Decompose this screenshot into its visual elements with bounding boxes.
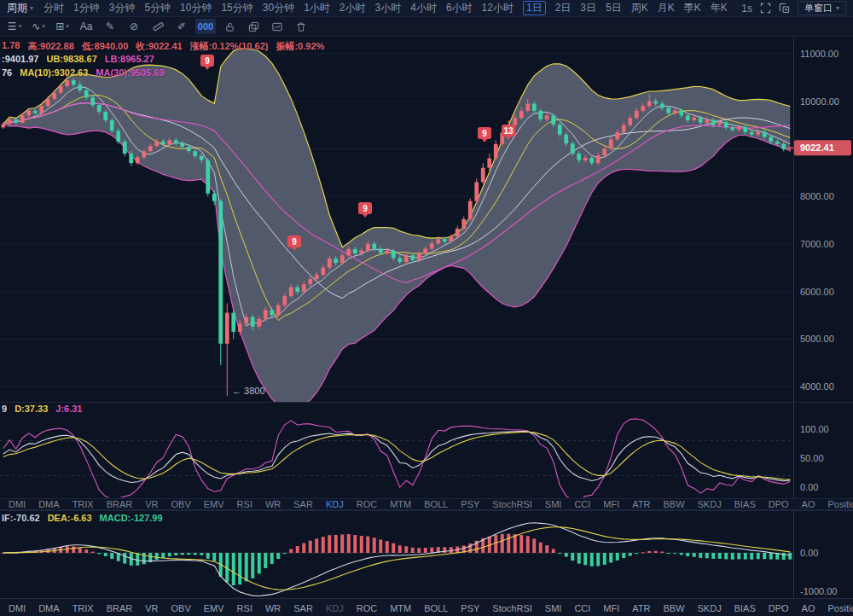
timeframe-toolbar: 周期 ▾ 分时1分钟3分钟5分钟10分钟15分钟30分钟1小时2小时3小时4小时… [0, 0, 853, 17]
timeframe-item[interactable]: 3小时 [375, 2, 402, 15]
indicator-tab-ao[interactable]: AO [802, 603, 815, 613]
period-dropdown[interactable]: 周期 ▾ [7, 1, 33, 15]
indicator-tab-dma[interactable]: DMA [38, 603, 59, 613]
drawing-toolbar: ☰▾∿▾⊞▾Aa✎⊘✐000 [0, 17, 853, 37]
indicator-tab-cci[interactable]: CCI [574, 603, 590, 613]
indicator-tab-trix[interactable]: TRIX [73, 499, 94, 509]
indicator-tab-wr[interactable]: WR [265, 499, 281, 509]
indicator-tab-atr[interactable]: ATR [632, 499, 650, 509]
main-price-chart[interactable]: 11000.0010000.008000.007000.006000.00500… [0, 37, 853, 402]
snapshot-tool-icon[interactable] [267, 19, 287, 34]
timeframe-item[interactable]: 2小时 [339, 2, 366, 15]
timeframe-item[interactable]: 2日 [555, 2, 572, 15]
indicator-tab-bias[interactable]: BIAS [734, 603, 756, 613]
indicator-tab-mfi[interactable]: MFI [603, 603, 619, 613]
brush-tool-icon[interactable]: ✎ [100, 19, 120, 34]
timeframe-item[interactable]: 分时 [44, 2, 64, 15]
fullscreen-icon[interactable] [760, 3, 771, 14]
pencil-tool-icon[interactable]: ✐ [171, 19, 192, 34]
indicator-tab-skdj[interactable]: SKDJ [698, 603, 722, 613]
indicator-tab-position[interactable]: Position [827, 603, 853, 613]
timeframe-item[interactable]: 季K [684, 2, 701, 15]
topbar-right: 1s 单窗口 ▾ [741, 1, 846, 15]
indicator-tab-kdj[interactable]: KDJ [326, 603, 344, 613]
indicator-tab-psy[interactable]: PSY [461, 499, 479, 509]
indicator-tab-smi[interactable]: SMI [545, 499, 562, 509]
indicator-tab-stochrsi[interactable]: StochRSI [492, 499, 531, 509]
timeframe-item[interactable]: 周K [631, 2, 648, 15]
indicator-tab-wr[interactable]: WR [265, 603, 281, 613]
timeframe-item[interactable]: 3分钟 [109, 2, 136, 15]
timeframe-item[interactable]: 30分钟 [263, 2, 294, 15]
timeframe-item[interactable]: 月K [658, 2, 675, 15]
indicator-tab-cci[interactable]: CCI [574, 499, 590, 509]
indicator-tab-emv[interactable]: EMV [204, 603, 224, 613]
indicator-tab-mtm[interactable]: MTM [390, 499, 411, 509]
indicator-tab-dma[interactable]: DMA [38, 499, 59, 509]
shape-tool-icon[interactable]: ⊞▾ [52, 19, 73, 34]
delete-tool-icon[interactable] [291, 19, 311, 34]
kdj-indicator-pane[interactable]: 100.0050.000.00 [0, 402, 853, 498]
timeframe-item[interactable]: 5日 [606, 2, 622, 15]
timeframe-item[interactable]: 1分钟 [73, 2, 100, 15]
timeframe-item[interactable]: 6小时 [446, 2, 473, 15]
indicator-tab-smi[interactable]: SMI [545, 603, 562, 613]
order-tool-icon[interactable]: 000 [195, 19, 216, 34]
indicator-tab-dmi[interactable]: DMI [9, 603, 26, 613]
indicator-tab-trix[interactable]: TRIX [73, 603, 94, 613]
window-mode-label: 单窗口 [804, 2, 833, 15]
indicator-tab-boll[interactable]: BOLL [424, 499, 448, 509]
svg-text:7000.00: 7000.00 [800, 239, 834, 249]
indicator-tab-emv[interactable]: EMV [204, 499, 224, 509]
indicator-tab-dpo[interactable]: DPO [769, 603, 789, 613]
macd-indicator-pane[interactable]: 0.00-1000.00 [0, 510, 853, 598]
add-window-icon[interactable] [779, 3, 790, 14]
indicator-tab-kdj[interactable]: KDJ [326, 499, 344, 509]
indicator-tab-vr[interactable]: VR [145, 603, 158, 613]
indicator-tab-rsi[interactable]: RSI [237, 603, 252, 613]
window-mode-dropdown[interactable]: 单窗口 ▾ [798, 1, 846, 15]
indicator-tab-position[interactable]: Position [827, 499, 853, 509]
indicator-tool-icon[interactable]: ∿▾ [28, 19, 49, 34]
timeframe-item[interactable]: 年K [711, 2, 728, 15]
indicator-tab-boll[interactable]: BOLL [424, 603, 448, 613]
timeframe-item[interactable]: 10分钟 [180, 2, 212, 15]
timeframe-item[interactable]: 3日 [580, 2, 596, 15]
indicator-tab-roc[interactable]: ROC [357, 603, 377, 613]
indicator-tab-brar[interactable]: BRAR [107, 499, 133, 509]
indicator-tab-psy[interactable]: PSY [461, 603, 479, 613]
indicator-tab-obv[interactable]: OBV [171, 499, 191, 509]
indicator-tab-dmi[interactable]: DMI [9, 499, 26, 509]
indicator-tab-brar[interactable]: BRAR [107, 603, 133, 613]
indicator-tab-obv[interactable]: OBV [171, 603, 191, 613]
copy-tool-icon[interactable] [243, 19, 264, 34]
timeframe-item[interactable]: 15分钟 [221, 2, 252, 15]
timeframe-item[interactable]: 12小时 [482, 2, 514, 15]
indicator-tab-atr[interactable]: ATR [632, 603, 650, 613]
timeframe-item[interactable]: 4小时 [410, 2, 437, 15]
indicator-tab-bbw[interactable]: BBW [663, 603, 684, 613]
indicator-tab-sar[interactable]: SAR [293, 499, 313, 509]
indicator-tab-dpo[interactable]: DPO [769, 499, 789, 509]
indicator-tab-mfi[interactable]: MFI [603, 499, 619, 509]
indicator-tab-stochrsi[interactable]: StochRSI [492, 603, 531, 613]
lock-tool-icon[interactable] [219, 19, 240, 34]
line-tool-icon[interactable]: ☰▾ [4, 19, 25, 34]
timeframe-item[interactable]: 5分钟 [144, 2, 171, 15]
svg-text:5000.00: 5000.00 [800, 334, 834, 344]
text-tool-icon[interactable]: Aa [76, 19, 96, 34]
timeframe-item[interactable]: 1小时 [304, 2, 330, 15]
indicator-tab-mtm[interactable]: MTM [390, 603, 411, 613]
indicator-tab-roc[interactable]: ROC [357, 499, 377, 509]
eraser-tool-icon[interactable]: ⊘ [124, 19, 144, 34]
indicator-tab-vr[interactable]: VR [145, 499, 158, 509]
indicator-tab-ao[interactable]: AO [802, 499, 815, 509]
svg-text:4000.00: 4000.00 [800, 381, 834, 392]
indicator-tab-bias[interactable]: BIAS [734, 499, 756, 509]
indicator-tab-bbw[interactable]: BBW [663, 499, 684, 509]
ruler-tool-icon[interactable] [148, 19, 168, 34]
indicator-tab-skdj[interactable]: SKDJ [698, 499, 722, 509]
timeframe-item[interactable]: 1日 [523, 1, 546, 15]
indicator-tab-rsi[interactable]: RSI [237, 499, 252, 509]
indicator-tab-sar[interactable]: SAR [293, 603, 313, 613]
